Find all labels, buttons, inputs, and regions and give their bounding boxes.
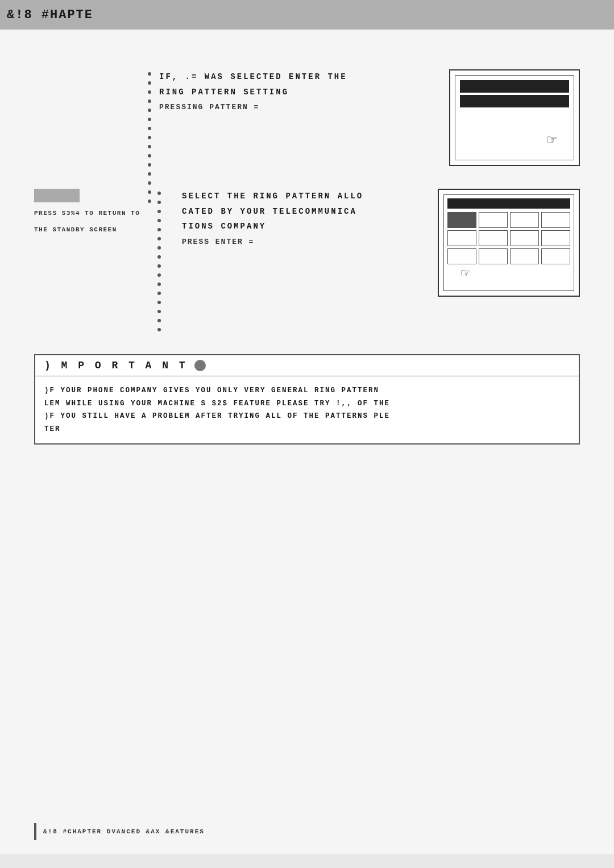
section2-side-line1: PRESS S3%4 TO RETURN TO — [34, 208, 148, 219]
important-header: ) M P O R T A N T — [35, 355, 579, 376]
screen-btn — [447, 248, 476, 264]
hand-icon-2: ☞ — [461, 264, 470, 283]
important-body: )F YOUR PHONE COMPANY GIVES YOU ONLY VER… — [35, 376, 579, 443]
header-title: &!8 #HAPTE — [7, 8, 93, 22]
dot — [157, 228, 161, 231]
dot — [148, 136, 151, 139]
screen-bar-top — [460, 80, 569, 93]
section2-line1: SELECT THE RING PATTERN ALLO — [182, 189, 438, 204]
dot — [157, 301, 161, 304]
dot — [157, 264, 161, 268]
dot — [148, 172, 151, 176]
dot — [157, 292, 161, 295]
dot — [157, 201, 161, 204]
important-line3: )F YOU STILL HAVE A PROBLEM AFTER TRYING… — [44, 410, 570, 423]
section1-sub: PRESSING PATTERN = — [159, 103, 449, 111]
dot — [157, 246, 161, 250]
dot — [148, 145, 151, 148]
dot — [148, 99, 151, 103]
section1-text: IF, .= WAS SELECTED ENTER THE RING PATTE… — [159, 69, 449, 166]
important-line2: LEM WHILE USING YOUR MACHINE S $2$ FEATU… — [44, 397, 570, 410]
header-bar: &!8 #HAPTE — [0, 0, 614, 30]
section2-left: PRESS S3%4 TO RETURN TO THE STANDBY SCRE… — [34, 189, 148, 331]
screen-btn — [447, 230, 476, 246]
important-dot — [194, 360, 206, 371]
screen-btn — [510, 248, 539, 264]
screen-btn — [541, 248, 570, 264]
screen-row-3 — [447, 248, 570, 264]
dot — [157, 192, 161, 195]
section2-sub: PRESS ENTER = — [182, 238, 438, 246]
screen-btn — [541, 230, 570, 246]
screen-bar-mid — [460, 95, 569, 107]
section1-line2: RING PATTERN SETTING — [159, 85, 449, 100]
screen-row-2 — [447, 230, 570, 246]
dot — [157, 319, 161, 322]
dot — [148, 181, 151, 185]
main-content: IF, .= WAS SELECTED ENTER THE RING PATTE… — [0, 30, 614, 854]
screen-top-bar2 — [447, 198, 570, 209]
dot — [157, 328, 161, 331]
important-box: ) M P O R T A N T )F YOUR PHONE COMPANY … — [34, 354, 580, 445]
screen-btn — [510, 212, 539, 228]
dot — [157, 219, 161, 222]
dot — [148, 72, 151, 76]
screen-mockup-1: ☞ — [449, 69, 580, 166]
dot — [157, 273, 161, 277]
dot — [157, 255, 161, 259]
dot — [157, 210, 161, 213]
dot — [157, 283, 161, 286]
screen-mockup-2: ☞ — [438, 189, 580, 297]
important-label: ) M P O R T A N T — [44, 360, 188, 371]
footer-line — [34, 823, 36, 840]
screen-btn-active — [447, 212, 476, 228]
screen-inner-2: ☞ — [443, 194, 574, 291]
section1-dots — [148, 69, 151, 203]
screen-inner-1: ☞ — [455, 75, 574, 160]
section2-side-line2: THE STANDBY SCREEN — [34, 225, 148, 235]
section1: IF, .= WAS SELECTED ENTER THE RING PATTE… — [68, 69, 580, 166]
section1-line1: IF, .= WAS SELECTED ENTER THE — [159, 69, 449, 85]
screen-btn — [510, 230, 539, 246]
section2: PRESS S3%4 TO RETURN TO THE STANDBY SCRE… — [34, 189, 580, 331]
important-line4: TER — [44, 423, 570, 436]
dot — [148, 127, 151, 130]
screen-btn — [479, 230, 508, 246]
section2-line2: CATED BY YOUR TELECOMMUNICA — [182, 204, 438, 219]
dot — [157, 237, 161, 240]
dot — [148, 154, 151, 157]
section2-dots — [148, 189, 171, 331]
section2-gray-bar — [34, 189, 80, 202]
screen-row-1 — [447, 212, 570, 228]
dot — [148, 109, 151, 112]
section2-main-text: SELECT THE RING PATTERN ALLO CATED BY YO… — [182, 189, 438, 331]
dot — [148, 118, 151, 121]
important-line1: )F YOUR PHONE COMPANY GIVES YOU ONLY VER… — [44, 384, 570, 397]
screen-btn — [541, 212, 570, 228]
screen-btn — [479, 212, 508, 228]
section2-line3: TIONS COMPANY — [182, 219, 438, 234]
footer-text: &!8 #CHAPTER DVANCED &AX &EATURES — [43, 828, 205, 835]
footer: &!8 #CHAPTER DVANCED &AX &EATURES — [0, 823, 614, 840]
dot — [157, 310, 161, 313]
screen-btn — [479, 248, 508, 264]
dot — [148, 81, 151, 85]
dot — [148, 90, 151, 94]
hand-icon-1: ☞ — [547, 130, 557, 149]
dot — [148, 163, 151, 167]
